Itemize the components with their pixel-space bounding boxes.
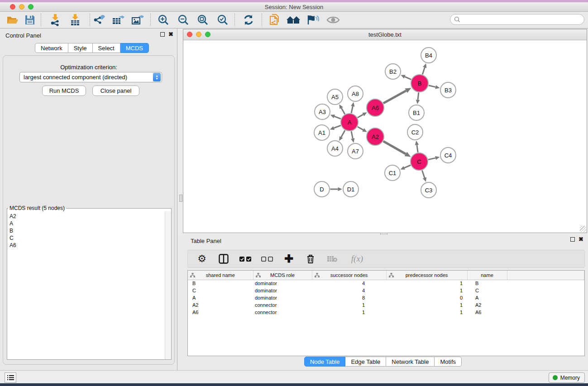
close-panel-button[interactable]: Close panel [92,86,139,96]
graphics-details-icon[interactable] [305,13,321,27]
column-header-shared-name[interactable]: shared name [188,271,253,280]
table-row[interactable]: Adominator80A [188,294,584,301]
zoom-selected-icon[interactable] [215,13,231,27]
clone-network-icon[interactable] [266,13,282,27]
window-resize-grip[interactable] [580,226,586,232]
graph-edge-A-A6[interactable] [358,114,363,118]
function-builder-icon[interactable]: f(x) [348,254,366,264]
export-network-icon[interactable] [91,13,107,27]
export-image-icon[interactable] [129,13,146,27]
optimization-criterion-select[interactable]: largest connected component (directed) ▲… [19,72,162,82]
control-panel-title: Control Panel [5,32,41,39]
tab-select[interactable]: Select [93,43,120,53]
network-graph[interactable]: AA1A2A3A4A5A6A7A8BB1B2B3B4CC1C2C3C4DD1 [183,40,587,233]
split-pane-grip-vertical[interactable] [179,195,182,202]
export-table-icon[interactable] [110,13,126,27]
graph-edge-arrowhead [416,100,420,104]
tab-node-table[interactable]: Node Table [304,357,346,367]
table-row[interactable]: A6connector11A6 [188,309,584,316]
result-item[interactable]: A6 [10,242,165,249]
zoom-in-icon[interactable] [155,13,172,27]
table-row[interactable]: Bdominator41B [188,280,584,287]
tab-motifs[interactable]: Motifs [435,357,462,367]
zoom-out-icon[interactable] [175,13,191,27]
mcds-result-list[interactable]: A2 A B C A6 [7,211,165,359]
column-header-name[interactable]: name [467,271,507,280]
mcds-result-box: MCDS result (5 nodes) A2 A B C A6 [7,205,172,360]
eye-icon[interactable] [325,13,341,27]
network-window-title: testGlobe.txt [183,31,587,38]
graph-edge-A-A8[interactable] [351,106,353,113]
graph-edge-arrowhead [435,85,440,89]
table-settings-icon[interactable]: ⚙ [196,254,208,264]
float-table-panel-icon[interactable] [570,237,575,242]
result-item[interactable]: B [10,227,165,234]
tab-network-table[interactable]: Network Table [386,357,435,367]
result-scrollbar[interactable] [165,211,171,359]
search-icon [454,16,460,23]
graph-edge-A-A5[interactable] [341,108,345,114]
graph-edge-B-B1[interactable] [418,92,419,100]
graph-edge-A6-B[interactable] [383,91,406,103]
delete-table-icon[interactable] [326,255,338,262]
result-item[interactable]: A2 [10,213,165,220]
graph-edge-arrowhead [330,114,335,118]
graph-edge-C-C2[interactable] [417,145,418,152]
column-header-predecessor-nodes[interactable]: predecessor nodes [386,271,467,280]
refresh-view-icon[interactable] [240,13,257,27]
deselect-all-checkboxes-icon[interactable] [261,256,273,262]
graph-edge-A-A3[interactable] [335,116,341,119]
graph-edge-B-B3[interactable] [429,86,435,87]
close-panel-icon[interactable]: ✖ [168,32,173,37]
result-item[interactable]: C [10,234,165,242]
graph-edge-A-A2[interactable] [358,127,363,130]
graph-edge-A2-C[interactable] [383,141,406,154]
toolbar-separator [234,14,235,26]
split-view-icon[interactable] [218,254,229,264]
graph-edge-A-A7[interactable] [351,131,353,138]
select-all-checkboxes-icon[interactable] [239,256,251,262]
run-mcds-button[interactable]: Run MCDS [42,86,86,96]
mcds-tab-content: Optimization criterion: largest connecte… [3,55,175,365]
column-header-mcds-role[interactable]: MCDS role [253,271,312,280]
memory-button[interactable]: Memory [549,372,585,383]
import-network-icon[interactable] [47,13,63,27]
float-panel-icon[interactable] [160,32,165,37]
search-field[interactable] [450,14,584,25]
graph-edge-B-B2[interactable] [405,76,411,79]
graph-node-label: B4 [425,52,432,59]
zoom-fit-icon[interactable] [195,13,211,27]
tab-edge-table[interactable]: Edge Table [345,357,386,367]
graph-edge-B-B4[interactable] [422,67,425,74]
graph-edge-arrowhead [338,187,343,191]
home-icon[interactable] [285,13,301,27]
graph-edge-arrowhead [423,63,426,68]
close-table-panel-icon[interactable]: ✖ [578,237,583,242]
column-header-successor-nodes[interactable]: successor nodes [312,271,386,280]
graph-edge-A-A4[interactable] [341,130,345,137]
graph-edge-C-C3[interactable] [422,170,425,178]
tab-network[interactable]: Network [35,43,68,53]
graph-node-label: B1 [413,110,420,116]
mcds-result-title: MCDS result (5 nodes) [8,205,66,211]
import-table-icon[interactable] [67,13,83,27]
graph-edge-C-C1[interactable] [404,165,411,168]
result-item[interactable]: A [10,220,165,227]
toolbar-separator [262,14,262,26]
graph-edge-C-C4[interactable] [428,158,435,160]
tab-mcds[interactable]: MCDS [120,43,149,53]
table-row[interactable]: Cdominator41C [188,287,584,294]
graph-node-label: C [417,158,421,165]
delete-column-icon[interactable] [305,254,316,264]
add-column-icon[interactable]: ✚ [283,254,295,264]
save-session-icon[interactable] [22,13,38,27]
table-toolbar: ⚙ ✚ f(x) [187,250,585,268]
task-history-button[interactable] [5,372,16,383]
open-session-icon[interactable] [5,13,21,27]
memory-label: Memory [560,375,580,381]
graph-edge-A-A1[interactable] [334,125,341,128]
tab-style[interactable]: Style [68,43,93,53]
table-row[interactable]: A2connector11A2 [188,301,584,309]
search-input[interactable] [460,16,584,23]
graph-node-label: A3 [319,109,326,115]
